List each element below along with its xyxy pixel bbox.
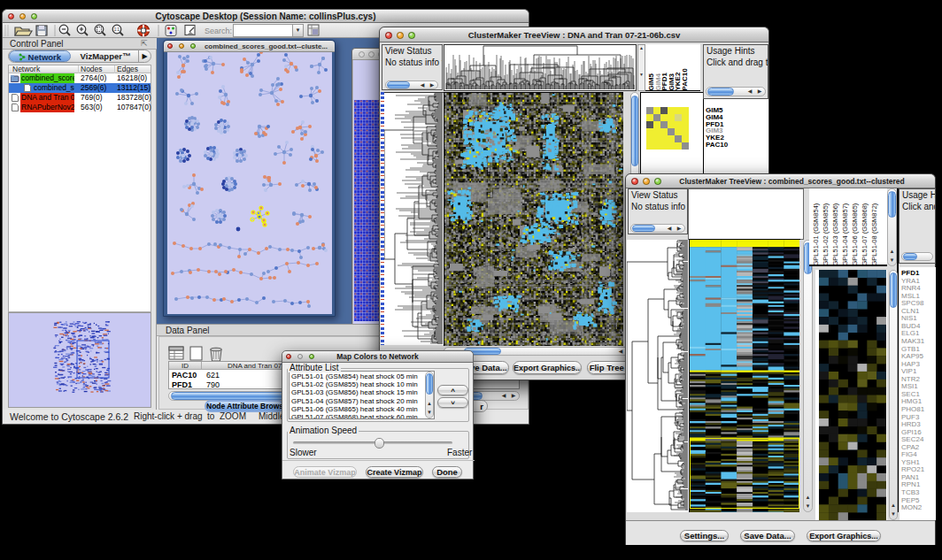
svg-text:Search:: Search: — [205, 27, 232, 35]
svg-text:1:1: 1:1 — [114, 27, 120, 32]
